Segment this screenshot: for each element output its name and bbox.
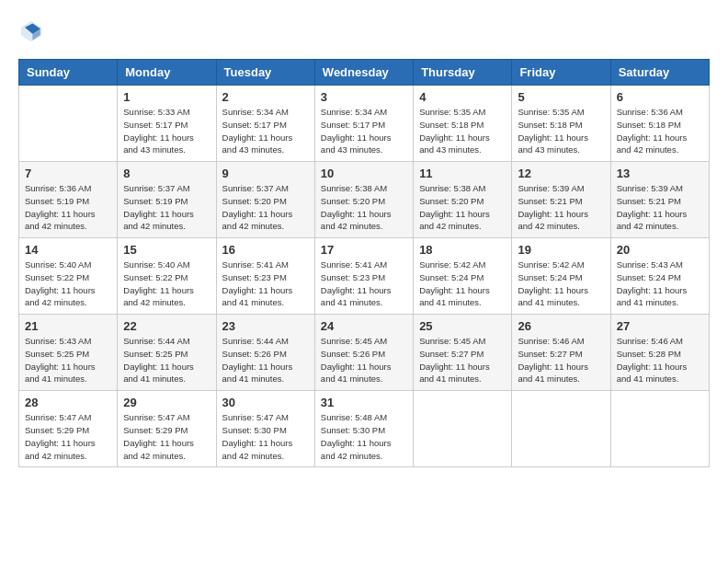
calendar-cell: 3Sunrise: 5:34 AM Sunset: 5:17 PM Daylig… — [314, 86, 413, 162]
logo — [18, 18, 48, 44]
day-info: Sunrise: 5:39 AM Sunset: 5:21 PM Dayligh… — [617, 182, 703, 233]
day-info: Sunrise: 5:34 AM Sunset: 5:17 PM Dayligh… — [222, 106, 309, 156]
calendar-cell: 7Sunrise: 5:36 AM Sunset: 5:19 PM Daylig… — [19, 162, 118, 238]
calendar-header-saturday: Saturday — [610, 60, 709, 86]
day-info: Sunrise: 5:48 AM Sunset: 5:30 PM Dayligh… — [321, 411, 407, 462]
day-info: Sunrise: 5:35 AM Sunset: 5:18 PM Dayligh… — [518, 106, 604, 156]
day-info: Sunrise: 5:46 AM Sunset: 5:28 PM Dayligh… — [617, 335, 703, 385]
calendar-header-thursday: Thursday — [414, 60, 512, 86]
day-info: Sunrise: 5:38 AM Sunset: 5:20 PM Dayligh… — [321, 182, 407, 233]
day-info: Sunrise: 5:44 AM Sunset: 5:25 PM Dayligh… — [123, 335, 210, 385]
calendar-header-tuesday: Tuesday — [216, 60, 314, 86]
day-number: 22 — [123, 319, 210, 333]
day-number: 24 — [321, 319, 407, 333]
day-info: Sunrise: 5:35 AM Sunset: 5:18 PM Dayligh… — [419, 106, 506, 156]
calendar-cell: 16Sunrise: 5:41 AM Sunset: 5:23 PM Dayli… — [216, 238, 314, 315]
calendar-cell — [19, 86, 118, 162]
day-info: Sunrise: 5:40 AM Sunset: 5:22 PM Dayligh… — [123, 259, 210, 309]
calendar-header-friday: Friday — [512, 60, 610, 86]
calendar-cell: 6Sunrise: 5:36 AM Sunset: 5:18 PM Daylig… — [610, 86, 709, 162]
calendar-cell — [414, 391, 512, 467]
calendar-header-wednesday: Wednesday — [314, 60, 413, 86]
day-number: 14 — [25, 243, 111, 257]
day-info: Sunrise: 5:38 AM Sunset: 5:20 PM Dayligh… — [419, 182, 506, 233]
day-info: Sunrise: 5:47 AM Sunset: 5:29 PM Dayligh… — [25, 411, 111, 462]
calendar-cell: 11Sunrise: 5:38 AM Sunset: 5:20 PM Dayli… — [414, 162, 512, 238]
calendar-cell: 10Sunrise: 5:38 AM Sunset: 5:20 PM Dayli… — [314, 162, 413, 238]
day-number: 25 — [419, 319, 506, 333]
calendar-cell: 26Sunrise: 5:46 AM Sunset: 5:27 PM Dayli… — [512, 315, 610, 391]
calendar-cell — [512, 391, 610, 467]
day-info: Sunrise: 5:37 AM Sunset: 5:19 PM Dayligh… — [123, 182, 210, 233]
day-number: 4 — [419, 90, 506, 104]
day-number: 7 — [25, 167, 111, 180]
day-info: Sunrise: 5:36 AM Sunset: 5:18 PM Dayligh… — [617, 106, 703, 156]
day-info: Sunrise: 5:41 AM Sunset: 5:23 PM Dayligh… — [321, 259, 407, 309]
calendar-cell: 25Sunrise: 5:45 AM Sunset: 5:27 PM Dayli… — [414, 315, 512, 391]
calendar-header-monday: Monday — [118, 60, 216, 86]
day-number: 17 — [321, 243, 407, 257]
day-number: 26 — [518, 319, 604, 333]
calendar-table: SundayMondayTuesdayWednesdayThursdayFrid… — [18, 59, 710, 467]
calendar-cell: 18Sunrise: 5:42 AM Sunset: 5:24 PM Dayli… — [414, 238, 512, 315]
day-info: Sunrise: 5:37 AM Sunset: 5:20 PM Dayligh… — [222, 182, 309, 233]
day-number: 15 — [123, 243, 210, 257]
calendar-cell: 13Sunrise: 5:39 AM Sunset: 5:21 PM Dayli… — [610, 162, 709, 238]
page-header — [18, 18, 710, 44]
calendar-header-sunday: Sunday — [19, 60, 118, 86]
day-number: 20 — [617, 243, 703, 257]
day-info: Sunrise: 5:42 AM Sunset: 5:24 PM Dayligh… — [518, 259, 604, 309]
calendar-header-row: SundayMondayTuesdayWednesdayThursdayFrid… — [19, 60, 710, 86]
calendar-cell: 17Sunrise: 5:41 AM Sunset: 5:23 PM Dayli… — [314, 238, 413, 315]
day-number: 23 — [222, 319, 309, 333]
day-info: Sunrise: 5:40 AM Sunset: 5:22 PM Dayligh… — [25, 259, 111, 309]
calendar-week-1: 1Sunrise: 5:33 AM Sunset: 5:17 PM Daylig… — [19, 86, 710, 162]
calendar-week-5: 28Sunrise: 5:47 AM Sunset: 5:29 PM Dayli… — [19, 391, 710, 467]
calendar-cell: 8Sunrise: 5:37 AM Sunset: 5:19 PM Daylig… — [118, 162, 216, 238]
calendar-cell — [610, 391, 709, 467]
day-number: 30 — [222, 396, 309, 409]
calendar-cell: 31Sunrise: 5:48 AM Sunset: 5:30 PM Dayli… — [314, 391, 413, 467]
calendar-cell: 9Sunrise: 5:37 AM Sunset: 5:20 PM Daylig… — [216, 162, 314, 238]
calendar-cell: 27Sunrise: 5:46 AM Sunset: 5:28 PM Dayli… — [610, 315, 709, 391]
day-info: Sunrise: 5:42 AM Sunset: 5:24 PM Dayligh… — [419, 259, 506, 309]
calendar-cell: 19Sunrise: 5:42 AM Sunset: 5:24 PM Dayli… — [512, 238, 610, 315]
day-number: 21 — [25, 319, 111, 333]
day-info: Sunrise: 5:36 AM Sunset: 5:19 PM Dayligh… — [25, 182, 111, 233]
day-number: 28 — [25, 396, 111, 409]
day-number: 19 — [518, 243, 604, 257]
day-info: Sunrise: 5:33 AM Sunset: 5:17 PM Dayligh… — [123, 106, 210, 156]
calendar-week-2: 7Sunrise: 5:36 AM Sunset: 5:19 PM Daylig… — [19, 162, 710, 238]
day-number: 6 — [617, 90, 703, 104]
calendar-cell: 1Sunrise: 5:33 AM Sunset: 5:17 PM Daylig… — [118, 86, 216, 162]
calendar-cell: 20Sunrise: 5:43 AM Sunset: 5:24 PM Dayli… — [610, 238, 709, 315]
day-info: Sunrise: 5:47 AM Sunset: 5:29 PM Dayligh… — [123, 411, 210, 462]
day-number: 9 — [222, 167, 309, 180]
calendar-cell: 24Sunrise: 5:45 AM Sunset: 5:26 PM Dayli… — [314, 315, 413, 391]
calendar-cell: 22Sunrise: 5:44 AM Sunset: 5:25 PM Dayli… — [118, 315, 216, 391]
day-info: Sunrise: 5:45 AM Sunset: 5:27 PM Dayligh… — [419, 335, 506, 385]
day-info: Sunrise: 5:47 AM Sunset: 5:30 PM Dayligh… — [222, 411, 309, 462]
day-number: 29 — [123, 396, 210, 409]
calendar-cell: 5Sunrise: 5:35 AM Sunset: 5:18 PM Daylig… — [512, 86, 610, 162]
calendar-cell: 23Sunrise: 5:44 AM Sunset: 5:26 PM Dayli… — [216, 315, 314, 391]
day-number: 1 — [123, 90, 210, 104]
day-number: 8 — [123, 167, 210, 180]
calendar-week-4: 21Sunrise: 5:43 AM Sunset: 5:25 PM Dayli… — [19, 315, 710, 391]
day-info: Sunrise: 5:41 AM Sunset: 5:23 PM Dayligh… — [222, 259, 309, 309]
calendar-cell: 2Sunrise: 5:34 AM Sunset: 5:17 PM Daylig… — [216, 86, 314, 162]
calendar-cell: 28Sunrise: 5:47 AM Sunset: 5:29 PM Dayli… — [19, 391, 118, 467]
day-number: 2 — [222, 90, 309, 104]
day-number: 27 — [617, 319, 703, 333]
day-info: Sunrise: 5:43 AM Sunset: 5:25 PM Dayligh… — [25, 335, 111, 385]
day-info: Sunrise: 5:34 AM Sunset: 5:17 PM Dayligh… — [321, 106, 407, 156]
day-number: 3 — [321, 90, 407, 104]
day-number: 13 — [617, 167, 703, 180]
day-number: 31 — [321, 396, 407, 409]
logo-icon — [18, 18, 44, 44]
calendar-cell: 30Sunrise: 5:47 AM Sunset: 5:30 PM Dayli… — [216, 391, 314, 467]
calendar-cell: 15Sunrise: 5:40 AM Sunset: 5:22 PM Dayli… — [118, 238, 216, 315]
day-number: 18 — [419, 243, 506, 257]
calendar-cell: 29Sunrise: 5:47 AM Sunset: 5:29 PM Dayli… — [118, 391, 216, 467]
day-number: 12 — [518, 167, 604, 180]
